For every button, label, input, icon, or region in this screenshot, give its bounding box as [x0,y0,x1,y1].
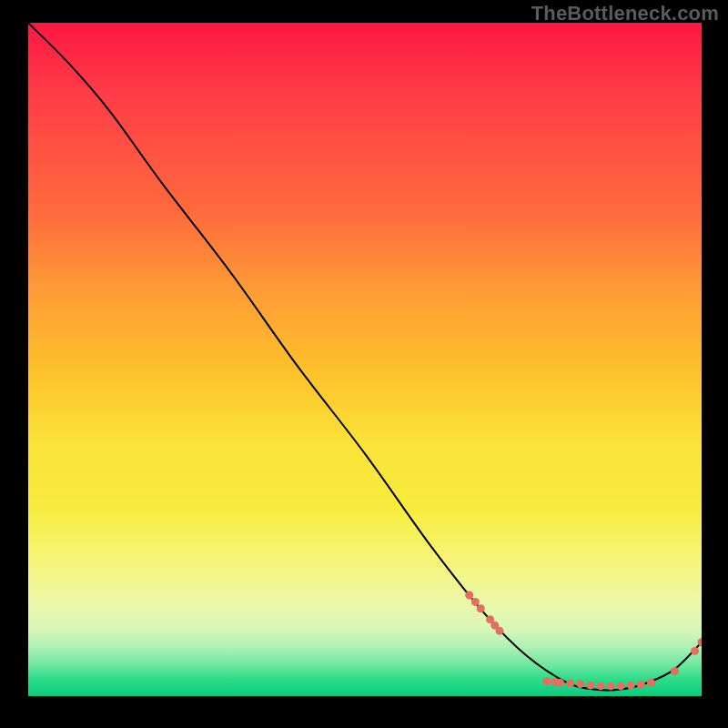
data-point [647,679,655,687]
data-point [556,679,564,687]
data-point [691,647,699,655]
data-point [490,622,499,630]
data-point [637,681,645,689]
data-point [671,667,679,675]
data-point [627,682,635,690]
watermark-text: TheBottleneck.com [531,2,719,25]
scatter-points [465,592,702,691]
bottleneck-curve [28,23,702,696]
data-point [465,592,473,600]
data-point [496,627,504,635]
data-point [477,604,485,612]
data-point [617,682,625,690]
data-point [597,682,605,690]
data-point [586,682,594,690]
plot-area [28,23,702,696]
data-point [576,680,584,688]
data-point [542,677,551,685]
data-point [486,615,494,623]
data-point [471,598,480,606]
data-point [551,678,559,686]
curve-path [28,23,702,691]
data-point [698,638,703,646]
data-point [607,682,615,690]
chart-frame: TheBottleneck.com [0,0,728,728]
data-point [566,679,574,687]
